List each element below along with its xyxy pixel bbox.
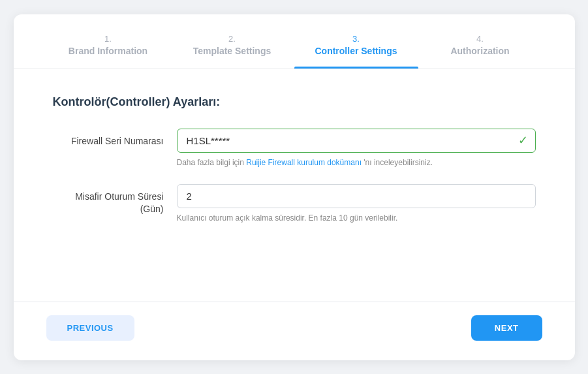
section-title: Kontrolör(Controller) Ayarları: (53, 95, 536, 109)
firewall-serial-field: ✓ Daha fazla bilgi için Ruijie Firewall … (177, 129, 536, 168)
hint-suffix: 'nı inceleyebilirsiniz. (362, 158, 433, 167)
main-content: Kontrolör(Controller) Ayarları: Firewall… (14, 69, 575, 302)
wizard-footer: PREVIOUS NEXT (14, 302, 575, 360)
step-1-title: Brand Information (69, 45, 147, 57)
next-button[interactable]: NEXT (471, 315, 542, 341)
session-duration-input-wrapper (177, 184, 536, 208)
step-4-number: 4. (476, 34, 484, 44)
firewall-docs-link[interactable]: Ruijie Firewall kurulum dokümanı (246, 158, 362, 167)
step-2-title: Template Settings (193, 45, 271, 57)
step-4-title: Authorization (450, 45, 509, 57)
session-duration-row: Misafir Oturum Süresi(Gün) Kullanıcı otu… (53, 184, 536, 224)
wizard-card: 1. Brand Information 2. Template Setting… (14, 14, 575, 360)
session-duration-field: Kullanıcı oturum açık kalma süresidir. E… (177, 184, 536, 224)
firewall-serial-label: Firewall Seri Numarası (53, 129, 177, 148)
step-brand-information[interactable]: 1. Brand Information (46, 34, 170, 69)
session-duration-hint: Kullanıcı oturum açık kalma süresidir. E… (177, 212, 536, 224)
firewall-serial-row: Firewall Seri Numarası ✓ Daha fazla bilg… (53, 129, 536, 168)
hint-prefix: Daha fazla bilgi için (177, 158, 247, 167)
stepper: 1. Brand Information 2. Template Setting… (14, 14, 575, 69)
session-duration-label: Misafir Oturum Süresi(Gün) (53, 184, 177, 216)
step-authorization[interactable]: 4. Authorization (418, 34, 542, 69)
step-template-settings[interactable]: 2. Template Settings (170, 34, 294, 69)
firewall-serial-input[interactable] (177, 129, 536, 153)
previous-button[interactable]: PREVIOUS (46, 315, 134, 341)
step-3-underline (294, 67, 418, 69)
session-duration-input[interactable] (177, 184, 536, 208)
step-controller-settings[interactable]: 3. Controller Settings (294, 34, 418, 69)
step-1-number: 1. (104, 34, 112, 44)
check-icon: ✓ (518, 133, 528, 148)
step-2-number: 2. (228, 34, 236, 44)
step-3-number: 3. (352, 34, 360, 44)
firewall-serial-hint: Daha fazla bilgi için Ruijie Firewall ku… (177, 157, 536, 168)
firewall-serial-input-wrapper: ✓ (177, 129, 536, 153)
step-3-title: Controller Settings (315, 45, 397, 57)
